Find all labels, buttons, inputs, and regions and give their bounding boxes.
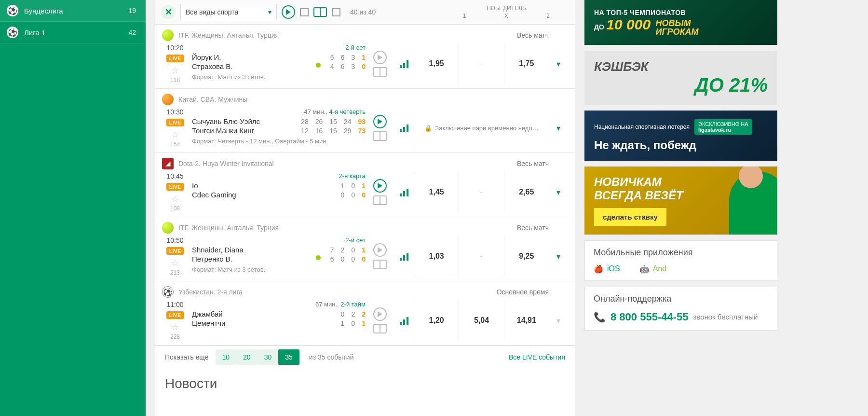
odds-group: 1,45-2,65 — [414, 172, 549, 212]
event-number: 213 — [162, 269, 188, 276]
odd-1[interactable]: 1,20 — [414, 301, 459, 340]
event-row: ITF. Женщины. Анталья. ТурцияВесь матч10… — [155, 25, 575, 89]
event-count: 40 из 40 — [350, 8, 376, 16]
favorite-star[interactable]: ☆ — [162, 194, 188, 204]
soccer-icon: ⚽ — [7, 5, 18, 16]
stats-icon[interactable] — [394, 44, 414, 83]
field-icon[interactable] — [373, 131, 387, 141]
field-icon[interactable] — [373, 195, 387, 205]
tennis-icon — [162, 29, 174, 41]
scope-label: Весь матч — [517, 31, 549, 39]
sidebar: ⚽Бундеслига19⚽Лига 142 — [0, 0, 146, 416]
odd-1[interactable]: 1,95 — [414, 44, 459, 83]
pager-button[interactable]: 20 — [236, 349, 258, 365]
close-filter-button[interactable]: ✕ — [161, 5, 176, 19]
banner-cashback[interactable]: КЭШБЭК ДО 21% — [584, 51, 777, 105]
player-graphic — [724, 166, 777, 235]
lottery-brand: Национальная спортивная лотерея — [594, 124, 690, 130]
play-icon[interactable] — [373, 51, 387, 64]
make-bet-button[interactable]: сделать ставку — [594, 208, 666, 226]
field-icon[interactable] — [373, 324, 387, 333]
play-icon[interactable] — [373, 307, 387, 321]
expand-toggle[interactable]: ▾ — [549, 301, 568, 340]
favorite-star[interactable]: ☆ — [162, 65, 188, 76]
expand-toggle[interactable]: ▾ — [549, 172, 568, 212]
android-app-link[interactable]: 🤖 And — [639, 264, 666, 274]
team-name: Страхова В. — [192, 62, 316, 70]
pager-button[interactable]: 30 — [258, 349, 279, 365]
pager-button[interactable]: 10 — [216, 349, 237, 365]
all-live-link[interactable]: Все LIVE события — [509, 353, 565, 361]
format-text: Формат: Матч из 3 сетов. — [192, 73, 366, 81]
stats-icon[interactable] — [394, 236, 414, 276]
stats-icon[interactable] — [394, 301, 414, 340]
banner-top5[interactable]: НА ТОП-5 ЧЕМПИОНАТОВ ДО 10 000 НОВЫМ ИГР… — [584, 0, 777, 45]
live-badge: LIVE — [166, 55, 184, 62]
odd-2[interactable]: 1,75 — [504, 44, 549, 83]
odd-2[interactable]: 2,65 — [504, 172, 549, 212]
event-time: 11:00 — [162, 301, 188, 308]
scope-label: Весь матч — [517, 160, 549, 167]
odd-1[interactable]: 1,45 — [414, 172, 459, 212]
play-filter-checkbox[interactable] — [300, 8, 309, 16]
expand-toggle[interactable]: ▾ — [549, 44, 568, 83]
phase-label: 2-й сет — [345, 236, 366, 244]
odd-2[interactable]: 9,25 — [504, 236, 549, 276]
event-number: 108 — [162, 205, 188, 212]
support-free-label: звонок бесплатный — [693, 313, 758, 321]
odd-2[interactable]: 14,91 — [504, 301, 549, 340]
team-name: Петренко В. — [192, 255, 316, 263]
odds-group: 🔒Заключение пари временно недо… — [414, 108, 549, 148]
dota-icon: ◢ — [162, 158, 174, 169]
ios-app-link[interactable]: 🍎 iOS — [594, 264, 620, 274]
event-time: 10:50 — [162, 236, 188, 244]
favorite-star[interactable]: ☆ — [162, 129, 188, 140]
stats-icon[interactable] — [394, 108, 414, 148]
pager-button[interactable]: 35 — [278, 349, 299, 365]
play-icon[interactable] — [373, 179, 387, 193]
sidebar-item[interactable]: ⚽Лига 142 — [0, 22, 146, 43]
team-name: Джамбай — [192, 310, 341, 318]
main-content: ✕ Все виды спорта ▾ 40 из 40 ПОБЕДИТЕЛЬ … — [155, 0, 575, 416]
sidebar-item[interactable]: ⚽Бундеслига19 — [0, 0, 146, 22]
phone-icon: 📞 — [594, 311, 606, 323]
team-name: Йорук И. — [192, 53, 330, 61]
winner-header: ПОБЕДИТЕЛЬ 1 X 2 — [444, 5, 569, 19]
favorite-star[interactable]: ☆ — [162, 322, 188, 333]
team-name: Цементчи — [192, 319, 341, 327]
play-icon[interactable] — [373, 115, 387, 128]
odd-x[interactable]: 5,04 — [459, 301, 503, 340]
banner-line: НА ТОП-5 ЧЕМПИОНАТОВ — [594, 9, 768, 16]
filter-controls — [282, 5, 340, 19]
live-badge: LIVE — [166, 183, 184, 191]
league-name: Китай. CBA. Мужчины — [178, 96, 247, 103]
sport-select-dropdown[interactable]: Все виды спорта ▾ — [180, 4, 277, 20]
field-icon[interactable] — [373, 67, 387, 77]
field-filter-checkbox[interactable] — [332, 8, 340, 16]
league-name: Dota-2. Huya Winter Invitational — [178, 160, 274, 167]
col-2: 2 — [527, 13, 569, 19]
expand-toggle[interactable]: ▾ — [549, 108, 568, 148]
lock-icon: 🔒 — [424, 125, 432, 132]
winner-title: ПОБЕДИТЕЛЬ — [444, 5, 569, 12]
play-icon[interactable] — [373, 243, 387, 257]
stats-icon[interactable] — [394, 172, 414, 212]
apple-icon: 🍎 — [594, 264, 603, 274]
favorite-star[interactable]: ☆ — [162, 258, 188, 268]
expand-toggle[interactable]: ▾ — [549, 236, 568, 276]
event-number: 228 — [162, 333, 188, 340]
odd-1[interactable]: 1,03 — [414, 236, 459, 276]
field-filter-icon[interactable] — [313, 7, 327, 17]
field-icon[interactable] — [373, 260, 387, 269]
odds-locked: 🔒Заключение пари временно недо… — [414, 108, 549, 148]
banner-lottery[interactable]: Национальная спортивная лотерея ЭКСКЛЮЗИ… — [584, 111, 777, 161]
play-filter-icon[interactable] — [282, 5, 295, 19]
soccer-icon: ⚽ — [162, 286, 174, 298]
league-name: ITF. Женщины. Анталья. Турция — [178, 224, 279, 232]
scope-label: Основное время — [497, 288, 549, 296]
banner-newbies[interactable]: НОВИЧКАМ ВСЕГДА ВЕЗЁТ сделать ставку — [584, 166, 777, 235]
support-phone[interactable]: 8 800 555-44-55 — [610, 311, 688, 323]
team-name: Cdec Gaming — [192, 191, 341, 199]
pager-info: из 35 событий — [309, 353, 354, 361]
team-name: Сычуань Блю Уэйлс — [192, 117, 301, 125]
